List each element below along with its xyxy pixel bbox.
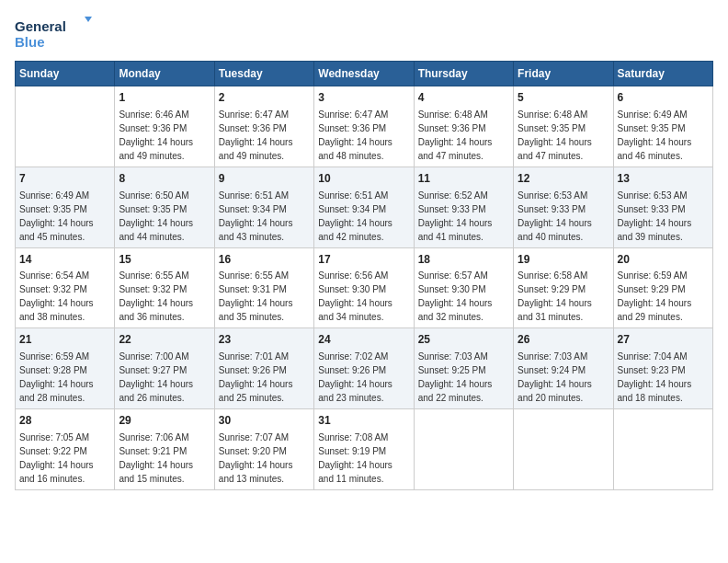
calendar-week-row: 7Sunrise: 6:49 AMSunset: 9:35 PMDaylight… <box>16 167 713 247</box>
calendar-cell: 26Sunrise: 7:03 AMSunset: 9:24 PMDayligh… <box>514 328 613 409</box>
day-info: Sunrise: 6:49 AMSunset: 9:35 PMDaylight:… <box>618 108 709 163</box>
calendar-cell: 29Sunrise: 7:06 AMSunset: 9:21 PMDayligh… <box>115 409 214 490</box>
day-number: 7 <box>19 171 110 187</box>
day-info: Sunrise: 6:58 AMSunset: 9:29 PMDaylight:… <box>518 269 609 324</box>
weekday-header-monday: Monday <box>115 62 214 86</box>
calendar-cell: 19Sunrise: 6:58 AMSunset: 9:29 PMDayligh… <box>514 247 613 328</box>
day-info: Sunrise: 7:06 AMSunset: 9:21 PMDaylight:… <box>119 431 210 486</box>
day-info: Sunrise: 6:51 AMSunset: 9:34 PMDaylight:… <box>219 189 310 244</box>
day-number: 13 <box>618 171 709 187</box>
day-info: Sunrise: 6:52 AMSunset: 9:33 PMDaylight:… <box>418 189 509 244</box>
calendar-header-row: SundayMondayTuesdayWednesdayThursdayFrid… <box>16 62 713 86</box>
calendar-cell: 20Sunrise: 6:59 AMSunset: 9:29 PMDayligh… <box>613 247 712 328</box>
day-number: 6 <box>618 90 709 106</box>
day-number: 20 <box>618 252 709 268</box>
day-number: 4 <box>418 90 509 106</box>
weekday-header-friday: Friday <box>514 62 613 86</box>
day-info: Sunrise: 6:59 AMSunset: 9:29 PMDaylight:… <box>618 269 709 324</box>
day-number: 14 <box>19 252 110 268</box>
day-number: 2 <box>219 90 310 106</box>
day-info: Sunrise: 6:48 AMSunset: 9:35 PMDaylight:… <box>518 108 609 163</box>
calendar-cell: 27Sunrise: 7:04 AMSunset: 9:23 PMDayligh… <box>613 328 712 409</box>
day-info: Sunrise: 7:03 AMSunset: 9:24 PMDaylight:… <box>518 350 609 405</box>
weekday-header-tuesday: Tuesday <box>214 62 313 86</box>
day-number: 26 <box>518 332 609 348</box>
calendar-cell: 24Sunrise: 7:02 AMSunset: 9:26 PMDayligh… <box>314 328 414 409</box>
calendar-cell: 6Sunrise: 6:49 AMSunset: 9:35 PMDaylight… <box>613 86 712 167</box>
calendar-cell: 16Sunrise: 6:55 AMSunset: 9:31 PMDayligh… <box>214 247 313 328</box>
day-number: 10 <box>318 171 409 187</box>
calendar-cell: 11Sunrise: 6:52 AMSunset: 9:33 PMDayligh… <box>414 167 513 247</box>
day-number: 25 <box>418 332 509 348</box>
day-info: Sunrise: 6:47 AMSunset: 9:36 PMDaylight:… <box>219 108 310 163</box>
logo: General Blue <box>15 15 97 53</box>
day-number: 16 <box>219 252 310 268</box>
calendar-week-row: 14Sunrise: 6:54 AMSunset: 9:32 PMDayligh… <box>16 247 713 328</box>
calendar-cell <box>613 409 712 490</box>
day-number: 17 <box>318 252 409 268</box>
day-info: Sunrise: 6:53 AMSunset: 9:33 PMDaylight:… <box>518 189 609 244</box>
weekday-header-thursday: Thursday <box>414 62 513 86</box>
day-info: Sunrise: 6:51 AMSunset: 9:34 PMDaylight:… <box>318 189 409 244</box>
day-info: Sunrise: 6:53 AMSunset: 9:33 PMDaylight:… <box>618 189 709 244</box>
calendar-cell: 22Sunrise: 7:00 AMSunset: 9:27 PMDayligh… <box>115 328 214 409</box>
weekday-header-saturday: Saturday <box>613 62 712 86</box>
day-info: Sunrise: 6:46 AMSunset: 9:36 PMDaylight:… <box>119 108 210 163</box>
weekday-header-sunday: Sunday <box>16 62 115 86</box>
day-info: Sunrise: 7:02 AMSunset: 9:26 PMDaylight:… <box>318 350 409 405</box>
day-info: Sunrise: 6:57 AMSunset: 9:30 PMDaylight:… <box>418 269 509 324</box>
calendar-cell: 10Sunrise: 6:51 AMSunset: 9:34 PMDayligh… <box>314 167 414 247</box>
day-number: 8 <box>119 171 210 187</box>
day-number: 27 <box>618 332 709 348</box>
calendar-cell <box>514 409 613 490</box>
day-info: Sunrise: 7:03 AMSunset: 9:25 PMDaylight:… <box>418 350 509 405</box>
day-number: 12 <box>518 171 609 187</box>
day-info: Sunrise: 7:08 AMSunset: 9:19 PMDaylight:… <box>318 431 409 486</box>
day-info: Sunrise: 6:50 AMSunset: 9:35 PMDaylight:… <box>119 189 210 244</box>
day-info: Sunrise: 6:49 AMSunset: 9:35 PMDaylight:… <box>19 189 110 244</box>
calendar-cell: 4Sunrise: 6:48 AMSunset: 9:36 PMDaylight… <box>414 86 513 167</box>
calendar-cell: 31Sunrise: 7:08 AMSunset: 9:19 PMDayligh… <box>314 409 414 490</box>
calendar-week-row: 28Sunrise: 7:05 AMSunset: 9:22 PMDayligh… <box>16 409 713 490</box>
calendar-cell: 13Sunrise: 6:53 AMSunset: 9:33 PMDayligh… <box>613 167 712 247</box>
svg-text:General: General <box>15 18 66 34</box>
calendar-cell: 12Sunrise: 6:53 AMSunset: 9:33 PMDayligh… <box>514 167 613 247</box>
page-header: General Blue <box>15 15 713 53</box>
day-number: 11 <box>418 171 509 187</box>
day-info: Sunrise: 7:01 AMSunset: 9:26 PMDaylight:… <box>219 350 310 405</box>
day-info: Sunrise: 6:56 AMSunset: 9:30 PMDaylight:… <box>318 269 409 324</box>
calendar-cell: 3Sunrise: 6:47 AMSunset: 9:36 PMDaylight… <box>314 86 414 167</box>
day-info: Sunrise: 6:59 AMSunset: 9:28 PMDaylight:… <box>19 350 110 405</box>
day-number: 18 <box>418 252 509 268</box>
day-number: 21 <box>19 332 110 348</box>
calendar-cell: 17Sunrise: 6:56 AMSunset: 9:30 PMDayligh… <box>314 247 414 328</box>
day-info: Sunrise: 7:00 AMSunset: 9:27 PMDaylight:… <box>119 350 210 405</box>
day-number: 1 <box>119 90 210 106</box>
day-number: 19 <box>518 252 609 268</box>
day-number: 15 <box>119 252 210 268</box>
day-number: 9 <box>219 171 310 187</box>
calendar-table: SundayMondayTuesdayWednesdayThursdayFrid… <box>15 61 713 490</box>
day-info: Sunrise: 6:55 AMSunset: 9:31 PMDaylight:… <box>219 269 310 324</box>
day-info: Sunrise: 6:48 AMSunset: 9:36 PMDaylight:… <box>418 108 509 163</box>
day-info: Sunrise: 6:54 AMSunset: 9:32 PMDaylight:… <box>19 269 110 324</box>
calendar-cell: 8Sunrise: 6:50 AMSunset: 9:35 PMDaylight… <box>115 167 214 247</box>
calendar-cell: 15Sunrise: 6:55 AMSunset: 9:32 PMDayligh… <box>115 247 214 328</box>
svg-text:Blue: Blue <box>15 34 45 50</box>
calendar-cell: 18Sunrise: 6:57 AMSunset: 9:30 PMDayligh… <box>414 247 513 328</box>
calendar-week-row: 1Sunrise: 6:46 AMSunset: 9:36 PMDaylight… <box>16 86 713 167</box>
calendar-cell: 28Sunrise: 7:05 AMSunset: 9:22 PMDayligh… <box>16 409 115 490</box>
day-number: 31 <box>318 413 409 429</box>
day-number: 29 <box>119 413 210 429</box>
day-info: Sunrise: 6:55 AMSunset: 9:32 PMDaylight:… <box>119 269 210 324</box>
calendar-cell: 7Sunrise: 6:49 AMSunset: 9:35 PMDaylight… <box>16 167 115 247</box>
calendar-cell: 14Sunrise: 6:54 AMSunset: 9:32 PMDayligh… <box>16 247 115 328</box>
logo-svg: General Blue <box>15 15 97 53</box>
calendar-cell: 9Sunrise: 6:51 AMSunset: 9:34 PMDaylight… <box>214 167 313 247</box>
calendar-cell: 2Sunrise: 6:47 AMSunset: 9:36 PMDaylight… <box>214 86 313 167</box>
day-info: Sunrise: 7:04 AMSunset: 9:23 PMDaylight:… <box>618 350 709 405</box>
day-number: 22 <box>119 332 210 348</box>
calendar-cell: 23Sunrise: 7:01 AMSunset: 9:26 PMDayligh… <box>214 328 313 409</box>
calendar-cell <box>414 409 513 490</box>
svg-marker-1 <box>85 17 92 22</box>
